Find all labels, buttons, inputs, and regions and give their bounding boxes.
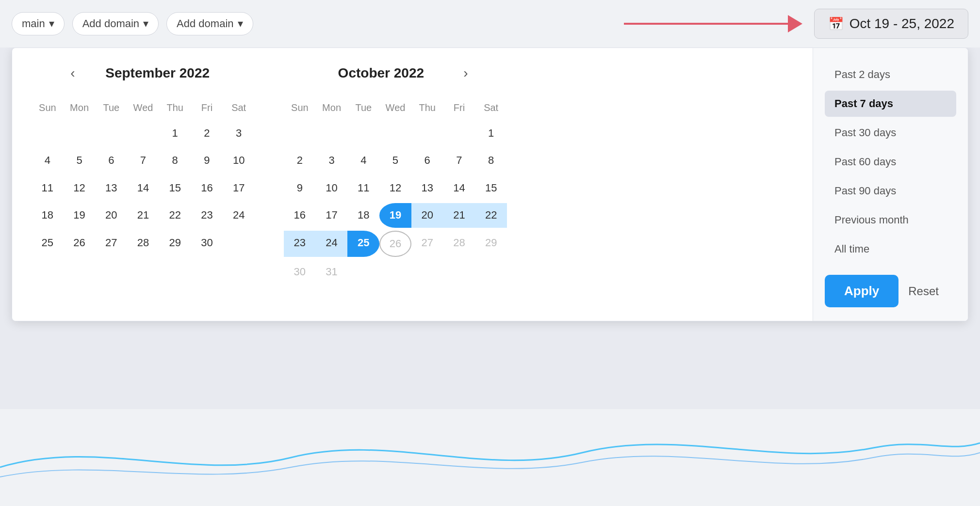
sep-day-5[interactable]: 5 [64,148,96,173]
domain-button-1[interactable]: main ▾ [12,12,65,35]
oct-day-21[interactable]: 21 [443,203,475,227]
oct-day-11[interactable]: 11 [347,176,379,200]
oct-empty-end-1 [347,260,379,284]
domain-button-2[interactable]: Add domain ▾ [72,12,159,35]
oct-day-27[interactable]: 27 [411,231,443,257]
sep-day-6[interactable]: 6 [95,148,127,173]
date-range-button[interactable]: 📅 Oct 19 - 25, 2022 [814,9,968,39]
oct-day-18[interactable]: 18 [347,203,379,227]
preset-past-2-days[interactable]: Past 2 days [825,62,956,88]
col-tue-oct: Tue [347,97,379,118]
oct-day-1[interactable]: 1 [475,121,507,145]
sep-day-11[interactable]: 11 [32,176,64,200]
sep-empty-end [223,231,255,255]
reset-button[interactable]: Reset [908,285,939,298]
oct-day-10[interactable]: 10 [316,176,348,200]
domain-label-1: main [22,17,45,30]
sep-day-14[interactable]: 14 [127,176,159,200]
sep-day-7[interactable]: 7 [127,148,159,173]
bottom-chart-area [0,409,980,506]
sep-day-29[interactable]: 29 [159,231,191,255]
sep-day-28[interactable]: 28 [127,231,159,255]
next-month-button[interactable]: › [458,63,473,83]
sep-day-26[interactable]: 26 [64,231,96,255]
preset-past-60-days[interactable]: Past 60 days [825,149,956,175]
october-header: October 2022 › [284,63,507,83]
september-grid: Sun Mon Tue Wed Thu Fri Sat 1 2 3 4 5 6 … [32,97,255,255]
oct-day-14[interactable]: 14 [443,176,475,200]
sep-day-13[interactable]: 13 [95,176,127,200]
oct-day-8[interactable]: 8 [475,148,507,173]
oct-day-23[interactable]: 23 [284,231,316,257]
oct-empty-end-4 [443,260,475,284]
preset-previous-month[interactable]: Previous month [825,207,956,233]
sep-day-17[interactable]: 17 [223,176,255,200]
sep-day-4[interactable]: 4 [32,148,64,173]
preset-past-90-days[interactable]: Past 90 days [825,178,956,204]
sep-day-18[interactable]: 18 [32,203,64,227]
oct-day-28[interactable]: 28 [443,231,475,257]
sep-day-30[interactable]: 30 [191,231,223,255]
date-range-label: Oct 19 - 25, 2022 [849,16,954,32]
oct-day-7[interactable]: 7 [443,148,475,173]
sep-day-15[interactable]: 15 [159,176,191,200]
sep-day-16[interactable]: 16 [191,176,223,200]
sep-day-23[interactable]: 23 [191,203,223,227]
sep-day-25[interactable]: 25 [32,231,64,255]
sep-day-2[interactable]: 2 [191,121,223,145]
sep-day-12[interactable]: 12 [64,176,96,200]
oct-empty-end-3 [411,260,443,284]
september-title: September 2022 [95,65,221,81]
oct-day-13[interactable]: 13 [411,176,443,200]
chevron-down-icon: ▾ [49,17,54,30]
sep-day-27[interactable]: 27 [95,231,127,255]
preset-past-7-days[interactable]: Past 7 days [825,91,956,117]
col-fri-sep: Fri [191,97,223,118]
oct-day-5[interactable]: 5 [379,148,411,173]
oct-day-19[interactable]: 19 [379,203,411,227]
oct-day-9[interactable]: 9 [284,176,316,200]
oct-empty-end-5 [475,260,507,284]
oct-day-6[interactable]: 6 [411,148,443,173]
sep-day-3[interactable]: 3 [223,121,255,145]
col-fri-oct: Fri [443,97,475,118]
oct-day-22[interactable]: 22 [475,203,507,227]
col-sat-oct: Sat [475,97,507,118]
sep-day-9[interactable]: 9 [191,148,223,173]
oct-day-26[interactable]: 26 [379,231,411,257]
domain-label-3: Add domain [177,17,233,30]
september-header: ‹ September 2022 [32,63,255,83]
oct-day-15[interactable]: 15 [475,176,507,200]
oct-day-24[interactable]: 24 [316,231,348,257]
preset-all-time[interactable]: All time [825,236,956,262]
oct-day-3[interactable]: 3 [316,148,348,173]
oct-day-4[interactable]: 4 [347,148,379,173]
arrow-indicator [261,15,802,32]
oct-day-16[interactable]: 16 [284,203,316,227]
oct-day-2[interactable]: 2 [284,148,316,173]
oct-day-30[interactable]: 30 [284,260,316,284]
sep-day-1[interactable]: 1 [159,121,191,145]
sep-day-21[interactable]: 21 [127,203,159,227]
sep-day-19[interactable]: 19 [64,203,96,227]
oct-day-29[interactable]: 29 [475,231,507,257]
oct-day-20[interactable]: 20 [411,203,443,227]
oct-empty-1 [284,121,316,145]
sep-day-10[interactable]: 10 [223,148,255,173]
sep-day-20[interactable]: 20 [95,203,127,227]
oct-day-25[interactable]: 25 [347,231,379,257]
sep-day-8[interactable]: 8 [159,148,191,173]
col-mon-sep: Mon [64,97,96,118]
sep-day-24[interactable]: 24 [223,203,255,227]
oct-day-12[interactable]: 12 [379,176,411,200]
col-tue-sep: Tue [95,97,127,118]
sep-day-22[interactable]: 22 [159,203,191,227]
oct-day-31[interactable]: 31 [316,260,348,284]
oct-empty-end-2 [379,260,411,284]
preset-past-30-days[interactable]: Past 30 days [825,120,956,146]
apply-button[interactable]: Apply [825,275,898,307]
domain-button-3[interactable]: Add domain ▾ [166,12,253,35]
calendar-panel: ‹ September 2022 Sun Mon Tue Wed Thu Fri… [12,47,968,321]
oct-day-17[interactable]: 17 [316,203,348,227]
prev-month-button[interactable]: ‹ [65,63,80,83]
